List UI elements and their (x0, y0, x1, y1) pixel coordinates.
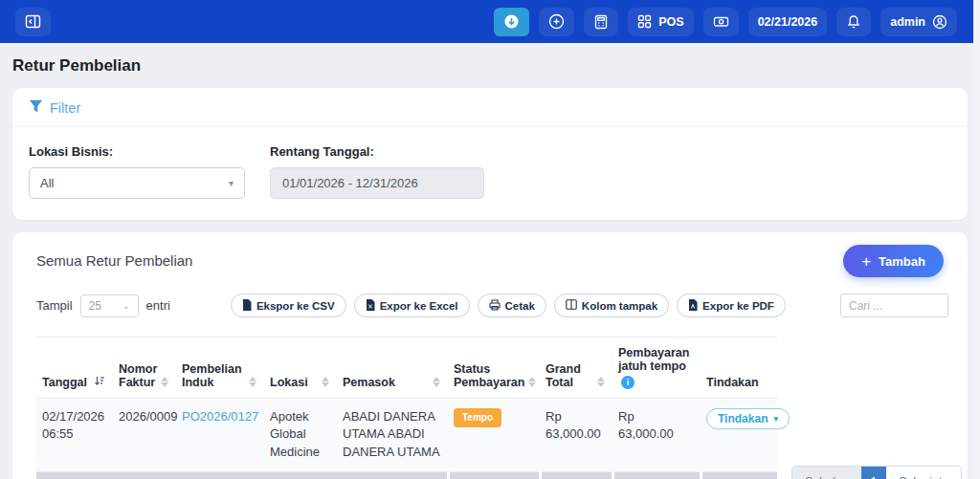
sort-icon (528, 377, 536, 389)
entri-label: entri (146, 298, 170, 313)
chevron-down-icon: ▾ (229, 178, 234, 188)
page-scrollbar[interactable] (973, 0, 980, 479)
plus-circle-icon (548, 13, 565, 30)
admin-menu-label: admin (890, 15, 925, 29)
rentang-tanggal-field: Rentang Tanggal: (270, 144, 484, 199)
cell-lokasi: Apotek Global Medicine (264, 398, 337, 472)
tambah-button[interactable]: + Tambah (843, 245, 944, 277)
cell-tanggal: 02/17/2026 06:55 (36, 398, 113, 472)
cell-grand-total: Rp 63,000.00 (540, 398, 612, 472)
filter-card: Filter Lokasi Bisnis: All ▾ Rentang Tang… (12, 88, 968, 220)
sort-icon (322, 377, 329, 389)
cell-pemasok: ABADI DANERA UTAMA ABADI DANERA UTAMA (337, 398, 448, 472)
circle-arrow-down-icon (503, 13, 520, 30)
export-csv-label: Ekspor ke CSV (256, 300, 335, 312)
pos-button-label: POS (658, 15, 683, 29)
rentang-tanggal-label: Rentang Tanggal: (270, 144, 484, 159)
date-button[interactable]: 02/21/2026 (748, 8, 828, 36)
page-title: Retur Pembelian (12, 56, 968, 76)
total-jatuh-tempo: Rp 63,000.00 (612, 472, 701, 479)
notifications-button[interactable] (836, 8, 871, 36)
filter-card-title: Filter (50, 100, 80, 116)
column-label: Status Pembayaran (454, 362, 524, 389)
export-excel-label: Expor ke Excel (380, 300, 458, 312)
pembelian-induk-link[interactable]: PO2026/0127 (182, 409, 258, 424)
export-pdf-label: Expor ke PDF (702, 300, 774, 312)
filter-funnel-icon (29, 99, 43, 116)
admin-menu-button[interactable]: admin (880, 8, 957, 36)
sidebar-toggle-icon (25, 13, 41, 30)
current-date: 02/21/2026 (758, 15, 818, 29)
column-header-pembelian-induk[interactable]: Pembelian Induk (176, 337, 264, 399)
plus-icon: + (861, 253, 871, 270)
column-header-pemasok[interactable]: Pemasok (337, 337, 448, 399)
column-label: Pembelian Induk (182, 362, 245, 389)
add-button[interactable] (539, 8, 574, 36)
sort-icon (161, 377, 168, 389)
page-length-select[interactable]: 25 ⌄ (80, 294, 139, 317)
pagination-prev-button[interactable]: Sebelumnya (792, 467, 861, 479)
file-pdf-icon (688, 299, 698, 313)
filter-card-header: Filter (12, 88, 968, 127)
column-label: Tanggal (42, 376, 87, 389)
column-header-status-pembayaran[interactable]: Status Pembayaran (448, 337, 540, 399)
column-label: Nomor Faktur (119, 362, 157, 389)
export-buttons-group: Ekspor ke CSV Expor ke Excel Ce (231, 294, 786, 317)
column-visibility-button[interactable]: Kolom tampak (554, 294, 669, 317)
lokasi-bisnis-field: Lokasi Bisnis: All ▾ (29, 144, 245, 199)
column-label: Grand Total (546, 362, 593, 389)
sort-icon (249, 377, 256, 389)
grid-icon (637, 14, 652, 29)
column-header-lokasi[interactable]: Lokasi (264, 337, 337, 399)
column-label: Tindakan (706, 376, 759, 389)
info-icon[interactable]: i (621, 376, 635, 389)
chevron-down-icon: ⌄ (122, 301, 130, 311)
filter-card-body: Lokasi Bisnis: All ▾ Rentang Tanggal: (12, 127, 968, 220)
total-grand-total: Rp 63,000.00 (540, 472, 612, 479)
column-visibility-label: Kolom tampak (582, 300, 657, 312)
pagination-page-1-button[interactable]: 1 (861, 467, 886, 479)
total-label: Total: (36, 472, 448, 479)
pagination: Sebelumnya 1 Selanjutnya (791, 466, 962, 479)
column-header-tindakan: Tindakan (701, 337, 777, 399)
bell-icon (846, 14, 861, 30)
table-header-row: Tanggal Nomor Faktur (36, 337, 777, 399)
cell-nomor-faktur: 2026/0009 (113, 398, 176, 472)
total-empty-cell (701, 472, 777, 479)
search-input[interactable] (840, 294, 948, 317)
status-badge: Tempo (454, 408, 501, 428)
column-header-tanggal[interactable]: Tanggal (36, 337, 113, 399)
column-label: Pemasok (343, 376, 395, 389)
cell-jatuh-tempo: Rp 63,000.00 (612, 398, 701, 472)
print-label: Cetak (505, 300, 535, 312)
export-csv-button[interactable]: Ekspor ke CSV (231, 294, 346, 317)
file-excel-icon (366, 299, 375, 313)
file-csv-icon (242, 299, 252, 313)
export-pdf-button[interactable]: Expor ke PDF (677, 294, 786, 317)
lokasi-bisnis-label: Lokasi Bisnis: (29, 144, 245, 159)
tampil-label: Tampil (36, 298, 73, 313)
sidebar-toggle-button[interactable] (15, 8, 51, 36)
tindakan-dropdown-button[interactable]: Tindakan ▾ (706, 408, 790, 429)
calculator-button[interactable] (584, 8, 618, 36)
sort-icon (597, 377, 605, 389)
print-button[interactable]: Cetak (478, 294, 546, 317)
page-content: Retur Pembelian Filter Lokasi Bisnis: Al… (0, 56, 980, 479)
retur-table: Tanggal Nomor Faktur (36, 337, 777, 479)
retur-table-card: Semua Retur Pembelian + Tambah Tampil 25… (12, 232, 968, 479)
column-header-nomor-faktur[interactable]: Nomor Faktur (113, 337, 176, 399)
export-excel-button[interactable]: Expor ke Excel (354, 294, 470, 317)
user-circle-icon (932, 14, 947, 30)
sync-button[interactable] (494, 8, 529, 36)
pos-button[interactable]: POS (628, 8, 693, 36)
rentang-tanggal-input[interactable] (270, 167, 484, 199)
navbar-right-group: POS 02/21/2026 admin (494, 8, 965, 36)
column-header-grand-total[interactable]: Grand Total (540, 337, 612, 399)
column-label: Pembayaran jatuh tempo (618, 346, 689, 373)
sort-desc-icon (94, 375, 105, 389)
pagination-next-button[interactable]: Selanjutnya (886, 467, 961, 479)
table-controls: Tampil 25 ⌄ entri Ekspor ke CSV (32, 294, 948, 317)
cash-register-button[interactable] (703, 8, 739, 36)
lokasi-bisnis-select[interactable]: All ▾ (29, 167, 245, 199)
column-header-jatuh-tempo: Pembayaran jatuh tempoi (612, 337, 701, 399)
